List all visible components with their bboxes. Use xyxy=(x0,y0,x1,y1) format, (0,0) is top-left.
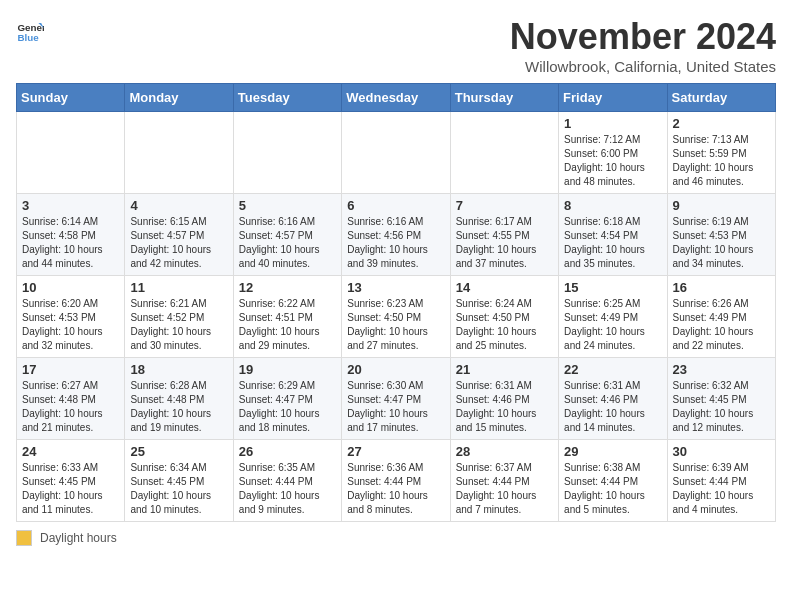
day-number: 15 xyxy=(564,280,661,295)
day-number: 17 xyxy=(22,362,119,377)
calendar-day-cell: 5Sunrise: 6:16 AMSunset: 4:57 PMDaylight… xyxy=(233,194,341,276)
calendar-day-cell xyxy=(17,112,125,194)
calendar-day-cell: 1Sunrise: 7:12 AMSunset: 6:00 PMDaylight… xyxy=(559,112,667,194)
day-number: 14 xyxy=(456,280,553,295)
calendar-header-wednesday: Wednesday xyxy=(342,84,450,112)
day-info: Sunrise: 6:16 AMSunset: 4:57 PMDaylight:… xyxy=(239,215,336,271)
day-info: Sunrise: 6:34 AMSunset: 4:45 PMDaylight:… xyxy=(130,461,227,517)
calendar-day-cell: 24Sunrise: 6:33 AMSunset: 4:45 PMDayligh… xyxy=(17,440,125,522)
day-info: Sunrise: 6:17 AMSunset: 4:55 PMDaylight:… xyxy=(456,215,553,271)
calendar-header-thursday: Thursday xyxy=(450,84,558,112)
location-subtitle: Willowbrook, California, United States xyxy=(510,58,776,75)
calendar-header-friday: Friday xyxy=(559,84,667,112)
calendar-day-cell: 2Sunrise: 7:13 AMSunset: 5:59 PMDaylight… xyxy=(667,112,775,194)
calendar-day-cell: 22Sunrise: 6:31 AMSunset: 4:46 PMDayligh… xyxy=(559,358,667,440)
legend-box-icon xyxy=(16,530,32,546)
calendar-day-cell xyxy=(342,112,450,194)
day-info: Sunrise: 6:22 AMSunset: 4:51 PMDaylight:… xyxy=(239,297,336,353)
calendar-header-sunday: Sunday xyxy=(17,84,125,112)
header: General Blue November 2024 Willowbrook, … xyxy=(16,16,776,75)
calendar-day-cell: 6Sunrise: 6:16 AMSunset: 4:56 PMDaylight… xyxy=(342,194,450,276)
day-number: 4 xyxy=(130,198,227,213)
day-number: 8 xyxy=(564,198,661,213)
day-info: Sunrise: 6:14 AMSunset: 4:58 PMDaylight:… xyxy=(22,215,119,271)
day-info: Sunrise: 6:39 AMSunset: 4:44 PMDaylight:… xyxy=(673,461,770,517)
legend: Daylight hours xyxy=(16,530,776,546)
calendar-day-cell: 15Sunrise: 6:25 AMSunset: 4:49 PMDayligh… xyxy=(559,276,667,358)
day-info: Sunrise: 6:32 AMSunset: 4:45 PMDaylight:… xyxy=(673,379,770,435)
day-number: 26 xyxy=(239,444,336,459)
day-number: 9 xyxy=(673,198,770,213)
day-info: Sunrise: 6:35 AMSunset: 4:44 PMDaylight:… xyxy=(239,461,336,517)
calendar-day-cell: 17Sunrise: 6:27 AMSunset: 4:48 PMDayligh… xyxy=(17,358,125,440)
calendar-day-cell: 11Sunrise: 6:21 AMSunset: 4:52 PMDayligh… xyxy=(125,276,233,358)
day-info: Sunrise: 6:20 AMSunset: 4:53 PMDaylight:… xyxy=(22,297,119,353)
day-info: Sunrise: 6:28 AMSunset: 4:48 PMDaylight:… xyxy=(130,379,227,435)
day-info: Sunrise: 6:33 AMSunset: 4:45 PMDaylight:… xyxy=(22,461,119,517)
calendar-day-cell: 14Sunrise: 6:24 AMSunset: 4:50 PMDayligh… xyxy=(450,276,558,358)
calendar-day-cell: 29Sunrise: 6:38 AMSunset: 4:44 PMDayligh… xyxy=(559,440,667,522)
day-number: 25 xyxy=(130,444,227,459)
day-number: 23 xyxy=(673,362,770,377)
calendar-day-cell: 19Sunrise: 6:29 AMSunset: 4:47 PMDayligh… xyxy=(233,358,341,440)
calendar-day-cell: 30Sunrise: 6:39 AMSunset: 4:44 PMDayligh… xyxy=(667,440,775,522)
calendar-day-cell: 18Sunrise: 6:28 AMSunset: 4:48 PMDayligh… xyxy=(125,358,233,440)
calendar-day-cell: 9Sunrise: 6:19 AMSunset: 4:53 PMDaylight… xyxy=(667,194,775,276)
day-number: 3 xyxy=(22,198,119,213)
day-number: 24 xyxy=(22,444,119,459)
day-number: 29 xyxy=(564,444,661,459)
calendar-day-cell: 23Sunrise: 6:32 AMSunset: 4:45 PMDayligh… xyxy=(667,358,775,440)
day-number: 13 xyxy=(347,280,444,295)
day-number: 19 xyxy=(239,362,336,377)
calendar-day-cell: 28Sunrise: 6:37 AMSunset: 4:44 PMDayligh… xyxy=(450,440,558,522)
day-info: Sunrise: 6:21 AMSunset: 4:52 PMDaylight:… xyxy=(130,297,227,353)
day-info: Sunrise: 6:36 AMSunset: 4:44 PMDaylight:… xyxy=(347,461,444,517)
day-number: 30 xyxy=(673,444,770,459)
calendar-day-cell: 27Sunrise: 6:36 AMSunset: 4:44 PMDayligh… xyxy=(342,440,450,522)
calendar-week-row: 17Sunrise: 6:27 AMSunset: 4:48 PMDayligh… xyxy=(17,358,776,440)
day-info: Sunrise: 6:38 AMSunset: 4:44 PMDaylight:… xyxy=(564,461,661,517)
calendar-day-cell xyxy=(125,112,233,194)
calendar-day-cell: 16Sunrise: 6:26 AMSunset: 4:49 PMDayligh… xyxy=(667,276,775,358)
day-info: Sunrise: 6:24 AMSunset: 4:50 PMDaylight:… xyxy=(456,297,553,353)
logo: General Blue xyxy=(16,16,44,44)
calendar-day-cell: 26Sunrise: 6:35 AMSunset: 4:44 PMDayligh… xyxy=(233,440,341,522)
day-info: Sunrise: 6:25 AMSunset: 4:49 PMDaylight:… xyxy=(564,297,661,353)
calendar-header-row: SundayMondayTuesdayWednesdayThursdayFrid… xyxy=(17,84,776,112)
day-info: Sunrise: 6:29 AMSunset: 4:47 PMDaylight:… xyxy=(239,379,336,435)
calendar-day-cell: 8Sunrise: 6:18 AMSunset: 4:54 PMDaylight… xyxy=(559,194,667,276)
day-info: Sunrise: 6:15 AMSunset: 4:57 PMDaylight:… xyxy=(130,215,227,271)
calendar-header-tuesday: Tuesday xyxy=(233,84,341,112)
calendar-week-row: 24Sunrise: 6:33 AMSunset: 4:45 PMDayligh… xyxy=(17,440,776,522)
logo-icon: General Blue xyxy=(16,16,44,44)
calendar-day-cell: 20Sunrise: 6:30 AMSunset: 4:47 PMDayligh… xyxy=(342,358,450,440)
day-number: 5 xyxy=(239,198,336,213)
day-number: 18 xyxy=(130,362,227,377)
calendar-day-cell xyxy=(233,112,341,194)
day-number: 2 xyxy=(673,116,770,131)
day-info: Sunrise: 6:31 AMSunset: 4:46 PMDaylight:… xyxy=(564,379,661,435)
day-number: 7 xyxy=(456,198,553,213)
day-info: Sunrise: 6:30 AMSunset: 4:47 PMDaylight:… xyxy=(347,379,444,435)
calendar-day-cell xyxy=(450,112,558,194)
day-info: Sunrise: 6:37 AMSunset: 4:44 PMDaylight:… xyxy=(456,461,553,517)
calendar-day-cell: 7Sunrise: 6:17 AMSunset: 4:55 PMDaylight… xyxy=(450,194,558,276)
day-number: 22 xyxy=(564,362,661,377)
calendar-day-cell: 13Sunrise: 6:23 AMSunset: 4:50 PMDayligh… xyxy=(342,276,450,358)
calendar-day-cell: 3Sunrise: 6:14 AMSunset: 4:58 PMDaylight… xyxy=(17,194,125,276)
day-info: Sunrise: 6:27 AMSunset: 4:48 PMDaylight:… xyxy=(22,379,119,435)
day-number: 11 xyxy=(130,280,227,295)
day-info: Sunrise: 6:23 AMSunset: 4:50 PMDaylight:… xyxy=(347,297,444,353)
calendar-header-saturday: Saturday xyxy=(667,84,775,112)
day-info: Sunrise: 6:19 AMSunset: 4:53 PMDaylight:… xyxy=(673,215,770,271)
calendar-week-row: 10Sunrise: 6:20 AMSunset: 4:53 PMDayligh… xyxy=(17,276,776,358)
calendar-day-cell: 4Sunrise: 6:15 AMSunset: 4:57 PMDaylight… xyxy=(125,194,233,276)
calendar-day-cell: 10Sunrise: 6:20 AMSunset: 4:53 PMDayligh… xyxy=(17,276,125,358)
month-title: November 2024 xyxy=(510,16,776,58)
day-number: 21 xyxy=(456,362,553,377)
day-info: Sunrise: 6:18 AMSunset: 4:54 PMDaylight:… xyxy=(564,215,661,271)
calendar-day-cell: 25Sunrise: 6:34 AMSunset: 4:45 PMDayligh… xyxy=(125,440,233,522)
calendar-day-cell: 21Sunrise: 6:31 AMSunset: 4:46 PMDayligh… xyxy=(450,358,558,440)
day-number: 27 xyxy=(347,444,444,459)
day-number: 1 xyxy=(564,116,661,131)
